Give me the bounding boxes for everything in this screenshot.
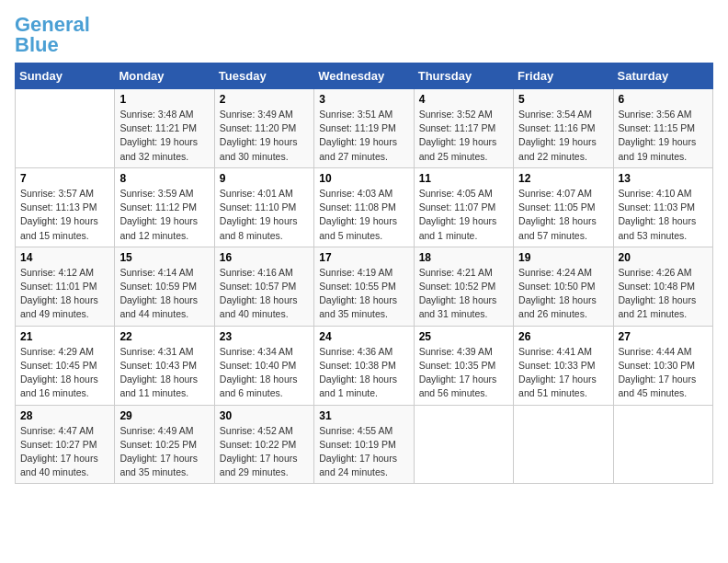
day-info: Sunrise: 4:47 AMSunset: 10:27 PMDaylight… [20,424,109,480]
calendar-day-cell [16,89,115,168]
day-number: 25 [419,330,508,343]
day-number: 8 [119,172,209,185]
calendar-day-cell: 26 Sunrise: 4:41 AMSunset: 10:33 PMDayli… [514,326,613,405]
day-info: Sunrise: 4:03 AMSunset: 11:08 PMDaylight… [319,187,408,243]
calendar-week-row: 14 Sunrise: 4:12 AMSunset: 11:01 PMDayli… [16,247,713,326]
day-number: 20 [619,251,708,264]
calendar-week-row: 1 Sunrise: 3:48 AMSunset: 11:21 PMDaylig… [16,89,713,168]
day-info: Sunrise: 4:07 AMSunset: 11:05 PMDaylight… [518,187,608,243]
day-number: 18 [419,251,508,264]
day-number: 1 [119,93,209,106]
calendar-day-cell: 23 Sunrise: 4:34 AMSunset: 10:40 PMDayli… [214,326,313,405]
day-info: Sunrise: 4:39 AMSunset: 10:35 PMDaylight… [419,345,508,401]
day-info: Sunrise: 4:26 AMSunset: 10:48 PMDaylight… [619,266,708,322]
calendar-day-cell: 28 Sunrise: 4:47 AMSunset: 10:27 PMDayli… [16,405,115,484]
header: General Blue [15,15,713,55]
calendar-table: SundayMondayTuesdayWednesdayThursdayFrid… [15,63,713,484]
weekday-header: Monday [115,63,214,89]
calendar-day-cell: 7 Sunrise: 3:57 AMSunset: 11:13 PMDaylig… [16,167,115,247]
calendar-day-cell [613,405,712,484]
calendar-day-cell [414,405,513,484]
weekday-header: Thursday [414,63,513,89]
day-number: 22 [119,330,209,343]
day-info: Sunrise: 4:01 AMSunset: 11:10 PMDaylight… [220,187,309,243]
calendar-day-cell: 10 Sunrise: 4:03 AMSunset: 11:08 PMDayli… [314,167,414,247]
calendar-day-cell: 14 Sunrise: 4:12 AMSunset: 11:01 PMDayli… [16,247,115,326]
calendar-day-cell: 3 Sunrise: 3:51 AMSunset: 11:19 PMDaylig… [314,89,414,168]
day-info: Sunrise: 4:52 AMSunset: 10:22 PMDaylight… [220,424,309,480]
calendar-day-cell: 24 Sunrise: 4:36 AMSunset: 10:38 PMDayli… [314,326,414,405]
day-number: 6 [619,93,708,106]
day-info: Sunrise: 4:36 AMSunset: 10:38 PMDaylight… [319,345,408,401]
day-info: Sunrise: 3:56 AMSunset: 11:15 PMDaylight… [619,108,708,164]
calendar-week-row: 7 Sunrise: 3:57 AMSunset: 11:13 PMDaylig… [16,167,713,247]
day-info: Sunrise: 4:44 AMSunset: 10:30 PMDaylight… [619,345,708,401]
day-info: Sunrise: 4:29 AMSunset: 10:45 PMDaylight… [20,345,109,401]
calendar-day-cell: 2 Sunrise: 3:49 AMSunset: 11:20 PMDaylig… [214,89,313,168]
calendar-day-cell: 29 Sunrise: 4:49 AMSunset: 10:25 PMDayli… [115,405,214,484]
day-number: 4 [419,93,508,106]
day-number: 29 [119,409,209,422]
day-number: 28 [20,409,109,422]
day-info: Sunrise: 3:48 AMSunset: 11:21 PMDaylight… [119,108,209,164]
calendar-day-cell: 16 Sunrise: 4:16 AMSunset: 10:57 PMDayli… [214,247,313,326]
calendar-day-cell: 13 Sunrise: 4:10 AMSunset: 11:03 PMDayli… [613,167,712,247]
calendar-day-cell: 8 Sunrise: 3:59 AMSunset: 11:12 PMDaylig… [115,167,214,247]
calendar-day-cell: 20 Sunrise: 4:26 AMSunset: 10:48 PMDayli… [613,247,712,326]
day-info: Sunrise: 4:19 AMSunset: 10:55 PMDaylight… [319,266,408,322]
day-number: 13 [619,172,708,185]
calendar-day-cell: 1 Sunrise: 3:48 AMSunset: 11:21 PMDaylig… [115,89,214,168]
day-number: 15 [119,251,209,264]
day-number: 2 [220,93,309,106]
day-info: Sunrise: 4:05 AMSunset: 11:07 PMDaylight… [419,187,508,243]
day-info: Sunrise: 3:49 AMSunset: 11:20 PMDaylight… [220,108,309,164]
day-number: 21 [20,330,109,343]
day-number: 16 [220,251,309,264]
day-info: Sunrise: 3:54 AMSunset: 11:16 PMDaylight… [518,108,608,164]
day-info: Sunrise: 4:12 AMSunset: 11:01 PMDaylight… [20,266,109,322]
calendar-day-cell: 31 Sunrise: 4:55 AMSunset: 10:19 PMDayli… [314,405,414,484]
day-info: Sunrise: 4:41 AMSunset: 10:33 PMDaylight… [518,345,608,401]
day-info: Sunrise: 4:49 AMSunset: 10:25 PMDaylight… [119,424,209,480]
calendar-day-cell: 15 Sunrise: 4:14 AMSunset: 10:59 PMDayli… [115,247,214,326]
weekday-header: Wednesday [314,63,414,89]
calendar-day-cell: 25 Sunrise: 4:39 AMSunset: 10:35 PMDayli… [414,326,513,405]
day-info: Sunrise: 4:31 AMSunset: 10:43 PMDaylight… [119,345,209,401]
day-info: Sunrise: 3:57 AMSunset: 11:13 PMDaylight… [20,187,109,243]
day-number: 12 [518,172,608,185]
day-info: Sunrise: 4:16 AMSunset: 10:57 PMDaylight… [220,266,309,322]
calendar-body: 1 Sunrise: 3:48 AMSunset: 11:21 PMDaylig… [16,89,713,484]
calendar-day-cell: 11 Sunrise: 4:05 AMSunset: 11:07 PMDayli… [414,167,513,247]
day-number: 11 [419,172,508,185]
day-info: Sunrise: 4:34 AMSunset: 10:40 PMDaylight… [220,345,309,401]
calendar-header: SundayMondayTuesdayWednesdayThursdayFrid… [16,63,713,89]
calendar-day-cell: 9 Sunrise: 4:01 AMSunset: 11:10 PMDaylig… [214,167,313,247]
day-number: 9 [220,172,309,185]
day-number: 23 [220,330,309,343]
day-number: 31 [319,409,408,422]
calendar-day-cell: 21 Sunrise: 4:29 AMSunset: 10:45 PMDayli… [16,326,115,405]
day-number: 14 [20,251,109,264]
day-info: Sunrise: 4:14 AMSunset: 10:59 PMDaylight… [119,266,209,322]
weekday-header: Saturday [613,63,712,89]
logo-blue: Blue [15,33,59,56]
calendar-day-cell: 19 Sunrise: 4:24 AMSunset: 10:50 PMDayli… [514,247,613,326]
calendar-week-row: 21 Sunrise: 4:29 AMSunset: 10:45 PMDayli… [16,326,713,405]
day-info: Sunrise: 3:59 AMSunset: 11:12 PMDaylight… [119,187,209,243]
logo-text: General Blue [15,15,90,55]
calendar-day-cell: 12 Sunrise: 4:07 AMSunset: 11:05 PMDayli… [514,167,613,247]
day-number: 30 [220,409,309,422]
calendar-day-cell: 30 Sunrise: 4:52 AMSunset: 10:22 PMDayli… [214,405,313,484]
calendar-day-cell: 17 Sunrise: 4:19 AMSunset: 10:55 PMDayli… [314,247,414,326]
day-info: Sunrise: 4:10 AMSunset: 11:03 PMDaylight… [619,187,708,243]
day-number: 3 [319,93,408,106]
day-number: 24 [319,330,408,343]
day-number: 27 [619,330,708,343]
day-info: Sunrise: 4:55 AMSunset: 10:19 PMDaylight… [319,424,408,480]
day-number: 10 [319,172,408,185]
day-info: Sunrise: 4:21 AMSunset: 10:52 PMDaylight… [419,266,508,322]
calendar-day-cell: 18 Sunrise: 4:21 AMSunset: 10:52 PMDayli… [414,247,513,326]
day-info: Sunrise: 4:24 AMSunset: 10:50 PMDaylight… [518,266,608,322]
day-number: 19 [518,251,608,264]
day-number: 26 [518,330,608,343]
